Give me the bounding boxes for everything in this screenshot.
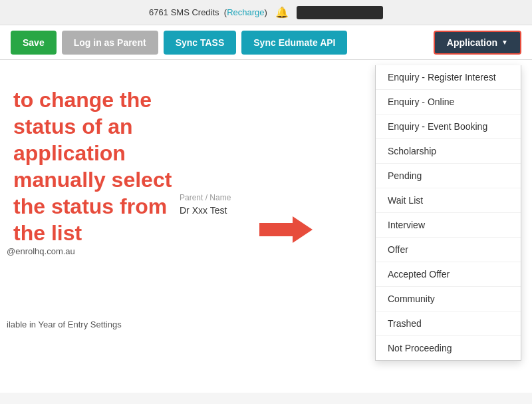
application-dropdown-wrapper: Application ▼ Enquiry - Register Interes… [434,31,521,55]
parent-name-label: Parent / Name [180,193,231,202]
instruction-line-5: the status from [13,193,172,220]
svg-marker-0 [259,216,313,243]
bell-icon[interactable]: 🔔 [275,6,289,19]
sms-credits-text: 6761 SMS Credits [149,7,219,17]
dropdown-item-community[interactable]: Community [376,287,521,311]
dropdown-item-scholarship[interactable]: Scholarship [376,139,521,164]
toolbar-wrapper: Save Log in as Parent Sync TASS Sync Edu… [0,25,532,60]
dropdown-item-pending[interactable]: Pending [376,164,521,188]
application-dropdown-button[interactable]: Application ▼ [434,31,521,55]
dropdown-item-not-proceeding[interactable]: Not Proceeding [376,336,521,360]
application-dropdown-menu: Enquiry - Register InterestEnquiry - Onl… [375,65,521,361]
toolbar: Save Log in as Parent Sync TASS Sync Edu… [0,25,532,60]
login-as-parent-button[interactable]: Log in as Parent [62,31,158,55]
application-button-label: Application [447,37,497,48]
instruction-line-2: status of an [13,113,172,140]
recharge-link[interactable]: Recharge [227,7,264,17]
top-bar: 6761 SMS Credits (Recharge) 🔔 [0,0,532,25]
parent-name-value: Dr Xxx Test [180,205,227,216]
year-entry-note: ilable in Year of Entry Settings [7,319,122,329]
sms-credits: 6761 SMS Credits (Recharge) [149,7,267,17]
arrow-icon [259,213,313,249]
instruction-line-4: manually select [13,166,172,193]
dropdown-item-offer[interactable]: Offer [376,238,521,262]
dropdown-item-enquiry---online[interactable]: Enquiry - Online [376,90,521,114]
user-avatar-bar [297,6,383,19]
sync-edumate-button[interactable]: Sync Edumate API [241,31,347,55]
instruction-text: to change the status of an application m… [13,87,172,246]
dropdown-item-accepted-offer[interactable]: Accepted Offer [376,262,521,287]
email-field: @enrolhq.com.au [7,246,75,256]
dropdown-caret-icon: ▼ [501,39,508,46]
instruction-line-3: application [13,140,172,166]
dropdown-item-enquiry---register-interest[interactable]: Enquiry - Register Interest [376,65,521,90]
instruction-line-1: to change the [13,87,172,113]
dropdown-item-wait-list[interactable]: Wait List [376,188,521,213]
dropdown-item-enquiry---event-booking[interactable]: Enquiry - Event Booking [376,114,521,139]
dropdown-item-interview[interactable]: Interview [376,213,521,238]
sync-tass-button[interactable]: Sync TASS [164,31,237,55]
instruction-line-6: the list [13,220,172,246]
dropdown-item-trashed[interactable]: Trashed [376,311,521,336]
save-button[interactable]: Save [11,31,57,55]
